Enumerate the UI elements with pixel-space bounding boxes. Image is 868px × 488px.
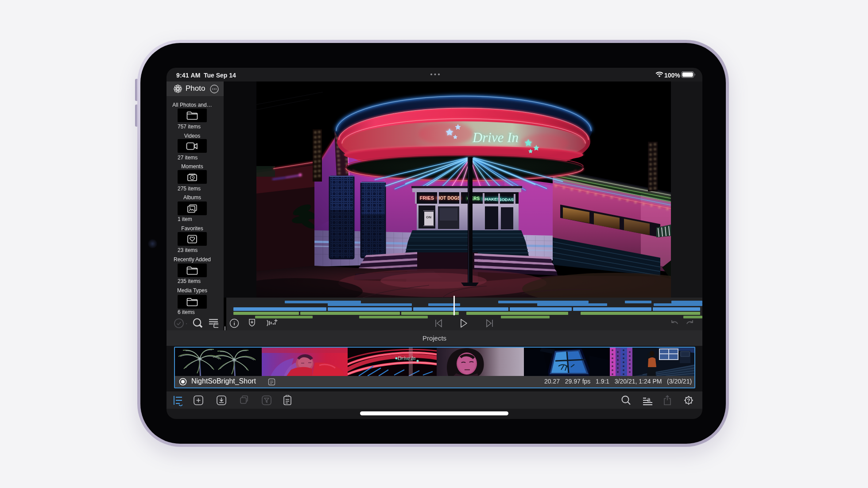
svg-text:?: ?: [687, 398, 690, 404]
svg-text:SODAS: SODAS: [499, 197, 514, 202]
svg-text:ON: ON: [426, 215, 431, 219]
svg-text:Drive In: Drive In: [472, 130, 519, 145]
svg-text:HOT DOGS: HOT DOGS: [437, 196, 461, 201]
svg-text:a: a: [647, 396, 651, 403]
svg-text:Drive In: Drive In: [397, 355, 415, 361]
svg-text:FRIES: FRIES: [420, 195, 434, 201]
